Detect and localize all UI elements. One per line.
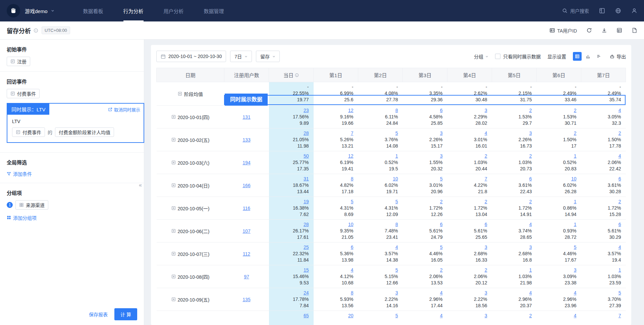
registered-users-link[interactable]: 194	[243, 160, 250, 165]
retention-count-link[interactable]: 3	[440, 153, 443, 159]
menu-item-behavior-analysis[interactable]: 行为分析	[113, 0, 154, 21]
expand-row-icon[interactable]	[171, 229, 176, 233]
expand-row-icon[interactable]	[171, 206, 176, 210]
only-simultaneous-checkbox-row[interactable]: 只看同时展示数据	[495, 53, 541, 60]
retention-count-link[interactable]: 31	[304, 176, 309, 181]
retention-count-link[interactable]: 65	[304, 313, 309, 318]
retention-count-link[interactable]: 10	[571, 176, 577, 181]
retention-count-link[interactable]: 24	[304, 290, 309, 295]
add-group-button[interactable]: 添加分组项	[7, 214, 37, 221]
retention-count-link[interactable]: 28	[304, 130, 309, 136]
retention-count-link[interactable]: 6	[529, 176, 532, 181]
retention-count-link[interactable]: 8	[351, 290, 354, 295]
metric-select[interactable]: 留存	[256, 51, 280, 62]
retention-count-link[interactable]: 4	[529, 222, 532, 227]
registered-users-link[interactable]: 135	[243, 297, 250, 302]
retention-count-link[interactable]: 8	[351, 176, 354, 181]
workspace-selector[interactable]: 游戏demo	[25, 7, 54, 14]
retention-count-link[interactable]: 2	[440, 267, 443, 273]
retention-count-link[interactable]: 1	[529, 267, 532, 273]
download-icon[interactable]	[601, 28, 607, 33]
retention-count-link[interactable]: 2	[619, 199, 621, 204]
retention-count-link[interactable]: 8	[395, 222, 398, 227]
expand-row-icon[interactable]	[178, 92, 182, 96]
expand-row-icon[interactable]	[171, 160, 176, 165]
retention-count-link[interactable]: 4	[395, 245, 398, 250]
retention-count-link[interactable]: 3	[485, 245, 487, 250]
checkbox[interactable]	[495, 54, 500, 59]
expand-row-icon[interactable]	[171, 115, 176, 119]
collapse-sidebar-icon[interactable]: «	[139, 182, 142, 188]
retention-count-link[interactable]: 5	[395, 313, 398, 318]
retention-count-link[interactable]: 1	[619, 267, 621, 273]
retention-count-link[interactable]: 6	[619, 222, 621, 227]
calculate-button[interactable]: 计算	[114, 308, 137, 320]
retention-count-link[interactable]: 4	[440, 313, 443, 318]
group-field-tag[interactable]: 来源渠道	[15, 200, 48, 210]
kanban-icon[interactable]	[599, 8, 605, 14]
retention-count-link[interactable]: 3	[395, 290, 398, 295]
retention-count-link[interactable]: 4	[485, 130, 487, 136]
retention-count-link[interactable]: 4	[574, 290, 577, 295]
expand-row-icon[interactable]	[171, 183, 176, 187]
retention-count-link[interactable]: 2	[619, 130, 621, 136]
retention-count-link[interactable]: 25	[304, 245, 309, 250]
menu-item-dashboards[interactable]: 数据看板	[73, 0, 113, 21]
retention-count-link[interactable]: 3	[440, 130, 443, 136]
retention-count-link[interactable]: 2	[485, 153, 487, 159]
globe-icon[interactable]	[615, 8, 621, 14]
group-dropdown[interactable]: 分组	[474, 53, 488, 60]
retention-count-link[interactable]: 5	[395, 199, 398, 204]
retention-count-link[interactable]: 6	[485, 222, 487, 227]
user-search[interactable]: 用户搜索	[562, 7, 589, 14]
retention-count-link[interactable]: 2	[529, 313, 532, 318]
retention-count-link[interactable]: 2	[440, 199, 443, 204]
retention-count-link[interactable]: 5	[440, 245, 443, 250]
refresh-icon[interactable]	[586, 28, 592, 33]
retention-count-link[interactable]: 6	[619, 176, 621, 181]
retention-count-link[interactable]: 7	[351, 130, 354, 136]
cancel-simultaneous-button[interactable]: 取消同时展示	[108, 106, 140, 113]
retention-count-link[interactable]: 3	[485, 313, 487, 318]
simultaneous-metric-tag[interactable]: 付费金额阶段累计人均值	[55, 127, 114, 137]
expand-row-icon[interactable]	[171, 274, 176, 279]
retention-count-link[interactable]: 4	[529, 290, 532, 295]
registered-users-link[interactable]: 112	[243, 251, 250, 257]
registered-users-link[interactable]: 133	[243, 137, 250, 143]
export-button[interactable]: 导出	[610, 53, 626, 60]
initial-event-tag[interactable]: 注册	[7, 57, 30, 66]
registered-users-link[interactable]: 166	[243, 183, 250, 188]
retention-count-link[interactable]: 1	[574, 222, 577, 227]
table-view-button[interactable]	[573, 52, 582, 61]
retention-count-link[interactable]: 1	[395, 153, 398, 159]
retention-count-link[interactable]: 19	[304, 199, 309, 204]
retention-count-link[interactable]: 2	[485, 267, 487, 273]
retention-count-link[interactable]: 28	[304, 222, 309, 227]
spreadsheet-icon[interactable]	[616, 28, 622, 33]
return-event-tag[interactable]: 付费事件	[7, 89, 40, 98]
retention-count-link[interactable]: 8	[395, 108, 398, 113]
document-icon[interactable]	[632, 28, 637, 33]
trend-view-button[interactable]	[594, 52, 603, 61]
retention-count-link[interactable]: 3	[529, 245, 532, 250]
bar-chart-view-button[interactable]	[584, 52, 592, 61]
retention-count-link[interactable]: 2	[574, 108, 577, 113]
retention-count-link[interactable]: 4	[619, 108, 621, 113]
menu-item-data-management[interactable]: 数据管理	[194, 0, 234, 21]
save-report-button[interactable]: 保存报表	[89, 311, 108, 318]
retention-count-link[interactable]: 2	[485, 199, 487, 204]
retention-count-link[interactable]: 6	[440, 222, 443, 227]
retention-count-link[interactable]: 3	[485, 108, 487, 113]
retention-count-link[interactable]: 3	[485, 290, 487, 295]
retention-count-link[interactable]: 5	[619, 290, 621, 295]
registered-users-link[interactable]: 116	[243, 206, 250, 211]
retention-count-link[interactable]: 7	[619, 313, 621, 318]
menu-item-user-analysis[interactable]: 用户分析	[154, 0, 194, 21]
retention-count-link[interactable]: 5	[395, 130, 398, 136]
expand-row-icon[interactable]	[171, 297, 176, 302]
retention-count-link[interactable]: 7	[485, 176, 487, 181]
retention-count-link[interactable]: 15	[304, 267, 309, 273]
retention-count-link[interactable]: 3	[574, 267, 577, 273]
registered-users-link[interactable]: 97	[244, 274, 249, 279]
retention-count-link[interactable]: 5	[440, 176, 443, 181]
